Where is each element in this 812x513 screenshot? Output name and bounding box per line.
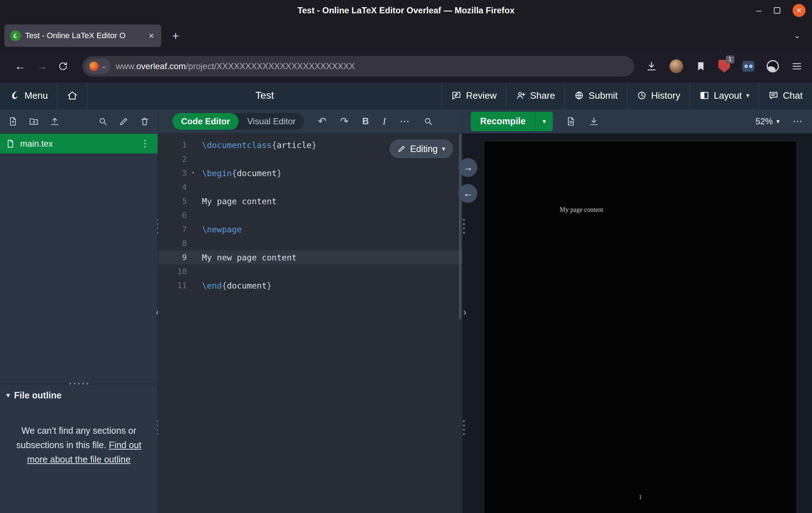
pdf-more-icon[interactable]: ⋯	[793, 115, 803, 127]
more-tools-icon[interactable]: ⋯	[400, 115, 410, 127]
code-line[interactable]: 4	[158, 180, 463, 194]
file-outline-header[interactable]: ▾ File outline	[0, 384, 158, 406]
file-outline-section: ▾ File outline We can’t find any section…	[0, 384, 158, 513]
bold-icon[interactable]: B	[362, 116, 369, 127]
code-editor-pane[interactable]: 1\documentclass{article}23▾\begin{docume…	[158, 134, 463, 513]
divider-resize-handle[interactable]	[462, 419, 466, 437]
code-line[interactable]: 7\newpage	[158, 222, 463, 236]
ublock-badge: 1	[726, 55, 734, 63]
tab-title: Test - Online LaTeX Editor O	[25, 31, 143, 40]
fold-arrow-icon[interactable]: ▾	[191, 169, 195, 176]
overleaf-favicon-icon	[10, 30, 21, 41]
outline-resize-handle[interactable]	[68, 382, 89, 386]
hamburger-menu-icon[interactable]	[791, 61, 803, 72]
chevron-down-icon: ▾	[6, 391, 10, 399]
account-avatar[interactable]	[669, 59, 683, 73]
code-editor-tab[interactable]: Code Editor	[172, 113, 239, 130]
code-text: My page content	[196, 197, 277, 206]
url-bar[interactable]: ⌄ www.overleaf.com/project/XXXXXXXXXXXXX…	[82, 56, 634, 77]
browser-toolbar: ← → ⌄ www.overleaf.com/project/XXXXXXXXX…	[0, 50, 812, 82]
chat-button[interactable]: Chat	[759, 82, 812, 109]
site-identity-button[interactable]: ⌄	[85, 58, 110, 74]
file-menu-kebab-icon[interactable]: ⋮	[138, 138, 152, 149]
pencil-icon	[397, 144, 406, 153]
expand-pdf-arrow-button[interactable]: →	[459, 158, 477, 177]
pane-divider[interactable]: → ← ›	[463, 134, 482, 513]
submit-button[interactable]: Submit	[565, 82, 627, 109]
download-pdf-icon[interactable]	[589, 116, 599, 126]
ublock-extension-icon[interactable]: 1	[718, 60, 730, 73]
layout-label: Layout	[714, 90, 742, 101]
url-www: www.	[116, 61, 136, 71]
code-line[interactable]: 11\end{document}	[158, 278, 463, 293]
window-title: Test - Online LaTeX Editor Overleaf — Mo…	[0, 5, 812, 15]
url-text: www.overleaf.com/project/XXXXXXXXXXXXXXX…	[116, 61, 355, 71]
code-line[interactable]: 10	[158, 264, 463, 278]
line-number: 8	[158, 239, 196, 248]
tab-close-icon[interactable]: ×	[147, 30, 155, 41]
maximize-button[interactable]	[774, 7, 780, 14]
code-line[interactable]: 8	[158, 236, 463, 250]
home-button[interactable]	[58, 82, 87, 109]
reload-button[interactable]	[53, 61, 73, 72]
url-domain: overleaf.com	[136, 61, 186, 71]
close-button[interactable]: ×	[793, 4, 806, 17]
code-line[interactable]: 5My page content	[158, 194, 463, 208]
code-text: My new page content	[196, 253, 297, 262]
editor-tools: Code Editor Visual Editor ↶ ↷ B I ⋯	[158, 109, 463, 133]
line-number: 11	[158, 281, 196, 290]
visual-editor-tab[interactable]: Visual Editor	[239, 113, 304, 130]
menu-label: Menu	[24, 90, 48, 101]
editing-mode-dropdown[interactable]: Editing ▾	[389, 139, 454, 158]
share-label: Share	[530, 90, 555, 101]
file-tree-toolbar	[0, 109, 158, 133]
compile-log-icon[interactable]	[566, 116, 576, 126]
pdf-page-number: 1	[639, 494, 642, 501]
code-line[interactable]: 3▾\begin{document}	[158, 166, 463, 180]
overleaf-logo-icon	[9, 90, 20, 101]
code-line[interactable]: 9My new page content	[158, 250, 463, 264]
new-folder-icon[interactable]	[29, 116, 39, 126]
chevron-down-icon: ▾	[746, 92, 749, 99]
forward-button[interactable]: →	[31, 59, 53, 73]
list-all-tabs-icon[interactable]: ⌄	[790, 31, 805, 40]
collapse-editor-icon[interactable]: ›	[463, 307, 466, 318]
divider-resize-handle[interactable]	[462, 218, 466, 236]
line-number: 6	[158, 211, 196, 220]
new-file-icon[interactable]	[8, 116, 18, 126]
submit-label: Submit	[588, 90, 618, 101]
pdf-preview-pane[interactable]: My page content 1	[482, 134, 812, 513]
share-button[interactable]: Share	[506, 82, 564, 109]
file-tree-item-maintex[interactable]: main.tex ⋮	[0, 134, 158, 153]
zoom-level: 52%	[755, 116, 773, 126]
code-text: \begin{document}	[196, 169, 282, 178]
delete-trash-icon[interactable]	[140, 116, 150, 126]
code-line[interactable]: 6	[158, 208, 463, 222]
upload-icon[interactable]	[50, 116, 60, 126]
history-button[interactable]: History	[627, 82, 690, 109]
downloads-icon[interactable]	[646, 61, 657, 72]
search-file-icon[interactable]	[98, 116, 108, 126]
undo-icon[interactable]: ↶	[318, 115, 326, 127]
review-button[interactable]: Review	[442, 82, 506, 109]
recompile-button[interactable]: Recompile	[471, 116, 535, 126]
minimize-button[interactable]: –	[757, 5, 762, 16]
layout-button[interactable]: Layout ▾	[690, 82, 759, 109]
recompile-button-group: Recompile ▾	[471, 112, 553, 131]
redo-icon[interactable]: ↷	[340, 115, 348, 127]
recompile-options-icon[interactable]: ▾	[535, 117, 553, 125]
expand-editor-arrow-button[interactable]: ←	[459, 184, 477, 203]
rename-pencil-icon[interactable]	[119, 116, 129, 126]
mask-extension-icon[interactable]	[742, 61, 754, 72]
tab-bar: Test - Online LaTeX Editor O × + ⌄	[0, 21, 812, 50]
darkmode-extension-icon[interactable]	[767, 60, 779, 72]
back-button[interactable]: ←	[9, 59, 31, 73]
search-in-file-icon[interactable]	[423, 116, 433, 126]
italic-icon[interactable]: I	[383, 116, 386, 127]
zoom-control[interactable]: 52% ▾	[755, 116, 780, 126]
menu-button[interactable]: Menu	[0, 82, 57, 109]
editing-mode-label: Editing	[410, 144, 438, 154]
browser-tab[interactable]: Test - Online LaTeX Editor O ×	[4, 24, 161, 47]
new-tab-button[interactable]: +	[168, 29, 183, 43]
bookmark-extension-icon[interactable]	[695, 61, 706, 72]
